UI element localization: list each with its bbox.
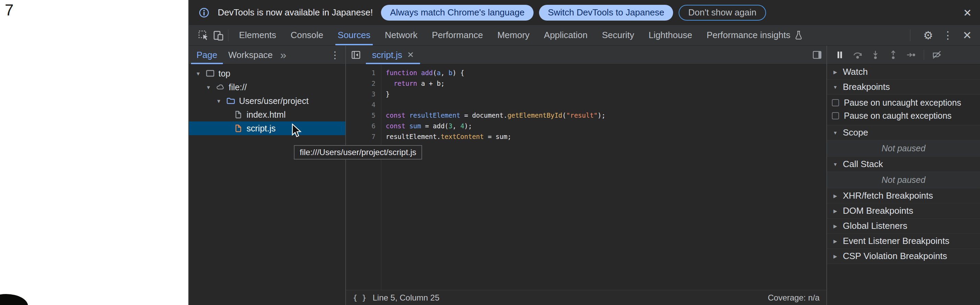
pause-icon[interactable] xyxy=(835,50,845,60)
hide-navigator-icon[interactable] xyxy=(351,50,361,60)
code-token: document. xyxy=(472,112,508,119)
code-content[interactable]: function add(a, b) { return a + b;}​cons… xyxy=(381,64,606,290)
code-token: , xyxy=(441,69,449,77)
code-token: ); xyxy=(464,122,472,130)
code-token: 3 xyxy=(449,122,452,130)
code-line[interactable]: ​ xyxy=(386,99,606,110)
tab-performance[interactable]: Performance xyxy=(425,25,490,45)
expand-arrow-icon[interactable]: ▶ xyxy=(832,69,839,75)
page-number: 7 xyxy=(5,1,14,19)
close-tab-icon[interactable]: ✕ xyxy=(407,50,414,60)
tree-item-users-user-project[interactable]: ▼Users/user/project xyxy=(189,94,345,108)
section-label: Call Stack xyxy=(843,159,883,169)
code-token: resultElement xyxy=(409,112,460,119)
step-into-icon[interactable] xyxy=(870,50,881,60)
expand-arrow-icon[interactable]: ▶ xyxy=(832,208,839,214)
tab-network[interactable]: Network xyxy=(377,25,425,45)
collapse-arrow-icon[interactable]: ▼ xyxy=(832,130,839,136)
section-dom-breakpoints[interactable]: ▶DOM Breakpoints xyxy=(827,203,980,219)
navigator-tab-page[interactable]: Page xyxy=(191,46,223,64)
collapse-arrow-icon[interactable]: ▼ xyxy=(832,85,839,90)
line-number[interactable]: 3 xyxy=(346,89,375,99)
hide-debugger-sidebar-icon[interactable] xyxy=(812,50,822,60)
section-watch[interactable]: ▶Watch xyxy=(827,64,980,80)
tab-label: Lighthouse xyxy=(648,30,692,40)
tab-lighthouse[interactable]: Lighthouse xyxy=(641,25,699,45)
code-token: sum xyxy=(409,122,421,130)
line-number[interactable]: 1 xyxy=(346,67,375,78)
tab-application[interactable]: Application xyxy=(537,25,595,45)
tree-item-file[interactable]: ▼file:// xyxy=(189,80,345,94)
tab-label: Network xyxy=(385,30,417,40)
step-out-icon[interactable] xyxy=(888,50,898,60)
navigator-more-options-icon[interactable]: ⋮ xyxy=(330,50,340,61)
expand-arrow-icon[interactable]: ▶ xyxy=(832,224,839,229)
pretty-print-icon[interactable]: { } xyxy=(353,293,367,302)
expand-arrow-icon[interactable]: ▶ xyxy=(832,193,839,199)
code-line[interactable]: const sum = add(3, 4); xyxy=(386,121,606,131)
tree-item-top[interactable]: ▼top xyxy=(189,67,345,80)
always-match-chrome-s-language-button[interactable]: Always match Chrome's language xyxy=(381,5,533,21)
tab-security[interactable]: Security xyxy=(595,25,641,45)
section-scope[interactable]: ▼Scope xyxy=(827,125,980,141)
switch-devtools-to-japanese-button[interactable]: Switch DevTools to Japanese xyxy=(539,5,673,21)
checkbox-row-pause-on-caught-exceptions[interactable]: Pause on caught exceptions xyxy=(827,109,980,122)
code-line[interactable]: function add(a, b) { xyxy=(386,67,606,78)
code-token xyxy=(417,69,421,77)
tree-item-index-html[interactable]: index.html xyxy=(189,108,345,121)
more-tabs-icon[interactable]: » xyxy=(280,49,286,61)
section-csp-violation-breakpoints[interactable]: ▶CSP Violation Breakpoints xyxy=(827,249,980,264)
tab-console[interactable]: Console xyxy=(283,25,330,45)
more-options-icon[interactable]: ⋮ xyxy=(943,30,953,40)
tab-memory[interactable]: Memory xyxy=(490,25,537,45)
status-band-not-paused: Not paused xyxy=(827,172,980,188)
line-number-gutter[interactable]: 1234567 xyxy=(346,64,381,290)
code-line[interactable]: const resultElement = document.getElemen… xyxy=(386,110,606,121)
section-label: Breakpoints xyxy=(843,81,890,92)
section-event-listener-breakpoints[interactable]: ▶Event Listener Breakpoints xyxy=(827,234,980,249)
tab-sources[interactable]: Sources xyxy=(331,25,377,45)
deactivate-breakpoints-icon[interactable] xyxy=(932,50,942,60)
checkbox-unchecked[interactable] xyxy=(832,99,839,106)
section-call-stack[interactable]: ▼Call Stack xyxy=(827,157,980,172)
checkbox-row-pause-on-uncaught-exceptions[interactable]: Pause on uncaught exceptions xyxy=(827,96,980,109)
checkbox-unchecked[interactable] xyxy=(832,112,839,120)
editor-tab-script-js[interactable]: script.js ✕ xyxy=(366,46,420,64)
step-icon[interactable] xyxy=(906,50,916,60)
close-devtools-icon[interactable]: ✕ xyxy=(963,30,972,41)
code-line[interactable]: } xyxy=(386,89,606,99)
inspect-icon[interactable] xyxy=(196,28,211,43)
code-token xyxy=(386,80,394,87)
expand-arrow-icon[interactable]: ▶ xyxy=(832,254,839,259)
line-number[interactable]: 7 xyxy=(346,131,375,142)
tab-performance-insights[interactable]: Performance insights xyxy=(700,25,810,45)
line-number[interactable]: 6 xyxy=(346,121,375,131)
step-over-icon[interactable] xyxy=(853,50,863,60)
code-token: 4 xyxy=(460,122,464,130)
collapse-arrow-icon[interactable]: ▼ xyxy=(215,98,223,104)
collapse-arrow-icon[interactable]: ▼ xyxy=(832,161,839,167)
section-global-listeners[interactable]: ▶Global Listeners xyxy=(827,219,980,234)
checkbox-label: Pause on caught exceptions xyxy=(844,111,951,121)
section-breakpoints[interactable]: ▼Breakpoints xyxy=(827,80,980,95)
navigator-tab-workspace[interactable]: Workspace xyxy=(223,46,278,64)
collapse-arrow-icon[interactable]: ▼ xyxy=(205,85,212,90)
infobar-close-icon[interactable]: ✕ xyxy=(963,6,972,19)
code-editor[interactable]: 1234567 function add(a, b) { return a + … xyxy=(346,64,826,290)
tab-elements[interactable]: Elements xyxy=(232,25,283,45)
line-number[interactable]: 4 xyxy=(346,99,375,110)
navigator-tabbar: PageWorkspace » ⋮ xyxy=(189,46,345,64)
coverage-status[interactable]: Coverage: n/a xyxy=(768,293,819,303)
device-toolbar-icon[interactable] xyxy=(211,28,226,43)
code-token: = add( xyxy=(421,122,449,130)
section-xhr-fetch-breakpoints[interactable]: ▶XHR/fetch Breakpoints xyxy=(827,188,980,203)
code-line[interactable]: resultElement.textContent = sum; xyxy=(386,131,606,142)
code-line[interactable]: return a + b; xyxy=(386,78,606,89)
line-number[interactable]: 5 xyxy=(346,110,375,121)
settings-gear-icon[interactable]: ⚙ xyxy=(923,30,933,41)
don-t-show-again-button[interactable]: Don't show again xyxy=(679,5,766,21)
collapse-arrow-icon[interactable]: ▼ xyxy=(194,71,202,77)
expand-arrow-icon[interactable]: ▶ xyxy=(832,238,839,244)
tree-item-script-js[interactable]: script.js xyxy=(189,121,345,135)
line-number[interactable]: 2 xyxy=(346,78,375,89)
